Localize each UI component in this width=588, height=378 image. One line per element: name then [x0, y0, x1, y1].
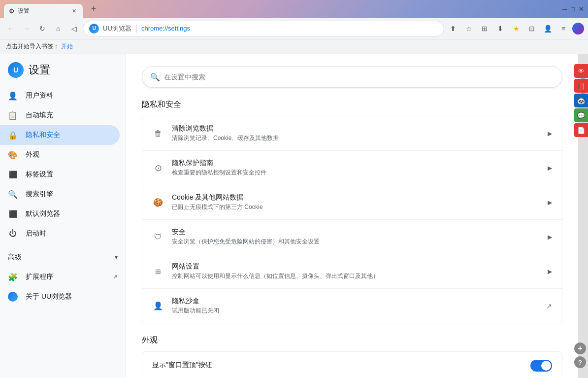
advanced-label: 高级 — [8, 253, 22, 262]
sidebar-item-privacy[interactable]: 🔒 隐私和安全 — [0, 125, 120, 145]
clear-browsing-row[interactable]: 🗑 清除浏览数据 清除浏览记录、Cookie、缓存及其他数据 ▶ — [142, 116, 562, 151]
sidebar-extensions[interactable]: 🧩 扩展程序 ↗ — [0, 267, 126, 287]
default-browser-nav-icon: ⬛ — [8, 210, 18, 218]
new-tab-button[interactable]: + — [87, 2, 100, 16]
right-panel-chat-icon[interactable]: 💬 — [574, 108, 588, 122]
restore-button[interactable]: □ — [571, 5, 575, 13]
sidebar-item-label: 外观 — [26, 150, 39, 159]
clear-browsing-title: 清除浏览数据 — [172, 124, 540, 133]
sidebar-advanced[interactable]: 高级 ▾ — [0, 247, 126, 267]
right-panel-eye-icon[interactable]: 👁 — [574, 64, 588, 78]
arrow-right-icon: ▶ — [548, 199, 552, 206]
sidebar-item-label: 搜索引擎 — [26, 190, 53, 199]
window-controls: ─ □ ✕ — [562, 5, 584, 13]
security-title: 安全 — [172, 228, 540, 237]
theme-icon[interactable]: ★ — [509, 22, 523, 35]
browser-name-label: UU浏览器 — [103, 24, 131, 33]
profile-nav-icon: 👤 — [8, 91, 18, 101]
sidebar-item-appearance[interactable]: 🎨 外观 — [0, 145, 120, 165]
privacy-guide-row[interactable]: ⊙ 隐私保护指南 检查重要的隐私控制设置和安全控件 ▶ — [142, 151, 562, 185]
external-link-icon: ↗ — [546, 302, 552, 310]
settings-search-bar[interactable]: 🔍 — [142, 66, 562, 88]
sidebar-item-profile[interactable]: 👤 用户资料 — [0, 86, 120, 105]
window-top-row[interactable]: 显示"窗口置顶"按钮 — [142, 352, 562, 378]
back-button[interactable]: ← — [4, 22, 18, 35]
profile-icon[interactable]: 👤 — [541, 22, 555, 35]
right-panel-book-icon[interactable]: 📕 — [574, 79, 588, 93]
arrow-right-icon: ▶ — [548, 130, 552, 137]
share-icon[interactable]: ⬆ — [446, 22, 460, 35]
sidebar-item-label: 默认浏览器 — [26, 209, 60, 218]
zoom-in-button[interactable]: + — [574, 343, 586, 354]
privacy-guide-title: 隐私保护指南 — [172, 159, 540, 168]
arrow-right-icon: ▶ — [548, 165, 552, 172]
privacy-section-title: 隐私和安全 — [142, 100, 562, 110]
browser-action-icon[interactable] — [572, 23, 584, 34]
autofill-nav-icon: 📋 — [8, 111, 18, 120]
right-panel-panda-icon[interactable]: 🐼 — [574, 94, 588, 107]
tab-icon: ⚙ — [9, 7, 15, 15]
close-button[interactable]: ✕ — [579, 5, 584, 13]
address-url: chrome://settings — [141, 25, 438, 32]
browser-tab-active[interactable]: ⚙ 设置 ✕ — [4, 4, 83, 18]
cookies-row[interactable]: 🍪 Cookie 及其他网站数据 已阻止无痕模式下的第三方 Cookie ▶ — [142, 185, 562, 220]
site-settings-icon: ⊞ — [152, 266, 164, 277]
puzzle-icon: 🧩 — [8, 273, 18, 282]
home-button[interactable]: ⌂ — [51, 22, 65, 35]
trash-icon: 🗑 — [152, 128, 164, 139]
help-button[interactable]: ? — [574, 356, 586, 368]
sidebar-item-search[interactable]: 🔍 搜索引擎 — [0, 184, 120, 204]
sidebar-item-label: 自动填充 — [26, 111, 53, 120]
privacy-settings-card: 🗑 清除浏览数据 清除浏览记录、Cookie、缓存及其他数据 ▶ ⊙ 隐私保护指… — [142, 116, 562, 323]
arrow-right-icon: ▶ — [548, 268, 552, 275]
sidebar-item-label: 用户资料 — [26, 91, 53, 100]
history-back-button[interactable]: ◁ — [67, 22, 81, 35]
reload-button[interactable]: ↻ — [35, 22, 49, 35]
tab-close-icon[interactable]: ✕ — [70, 7, 78, 15]
cookies-desc: 已阻止无痕模式下的第三方 Cookie — [172, 203, 540, 211]
security-desc: 安全浏览（保护您免受危险网站的侵害）和其他安全设置 — [172, 238, 540, 246]
sidebar-item-autofill[interactable]: 📋 自动填充 — [0, 105, 120, 125]
address-bar[interactable]: U UU浏览器 | chrome://settings — [83, 21, 444, 36]
tab-title: 设置 — [18, 7, 67, 15]
site-settings-row[interactable]: ⊞ 网站设置 控制网站可以使用和显示什么信息（如位置信息、摄像头、弹出式窗口及其… — [142, 254, 562, 289]
bookmark-import-text: 点击开始导入书签： — [6, 42, 59, 51]
appearance-settings-card: 显示"窗口置顶"按钮 显示"主页"按钮 打开新的标签页 — [142, 351, 562, 378]
settings-title: 设置 — [29, 63, 50, 77]
clear-browsing-desc: 清除浏览记录、Cookie、缓存及其他数据 — [172, 134, 540, 142]
sidebar-item-label: 标签设置 — [26, 170, 53, 179]
download-icon[interactable]: ⬇ — [493, 22, 507, 35]
extensions-label: 扩展程序 — [26, 273, 53, 281]
sidebar-item-label: 启动时 — [26, 229, 46, 238]
site-settings-title: 网站设置 — [172, 262, 540, 271]
window-top-toggle[interactable] — [530, 360, 552, 372]
menu-icon[interactable]: ≡ — [556, 22, 570, 35]
sandbox-row[interactable]: 👤 隐私沙盒 试用版功能已关闭 ↗ — [142, 289, 562, 323]
bookmark-import-link[interactable]: 开始 — [61, 42, 73, 51]
site-settings-desc: 控制网站可以使用和显示什么信息（如位置信息、摄像头、弹出式窗口及其他） — [172, 272, 540, 280]
search-nav-icon: 🔍 — [8, 190, 18, 199]
sidebar-item-tabs[interactable]: ⬛ 标签设置 — [0, 165, 120, 184]
browser-logo-icon: U — [89, 24, 99, 34]
extensions-icon[interactable]: ⊞ — [478, 22, 491, 35]
tabs-nav-icon: ⬛ — [8, 171, 18, 178]
bookmark-icon[interactable]: ☆ — [462, 22, 476, 35]
appearance-section-title: 外观 — [142, 335, 562, 345]
security-row[interactable]: 🛡 安全 安全浏览（保护您免受危险网站的侵害）和其他安全设置 ▶ — [142, 220, 562, 254]
screen-record-icon[interactable]: ⊡ — [525, 22, 539, 35]
search-input[interactable] — [164, 73, 554, 81]
startup-nav-icon: ⏻ — [8, 229, 18, 238]
privacy-nav-icon: 🔒 — [8, 131, 18, 140]
sandbox-desc: 试用版功能已关闭 — [172, 307, 538, 315]
sidebar-item-default-browser[interactable]: ⬛ 默认浏览器 — [0, 204, 120, 224]
appearance-nav-icon: 🎨 — [8, 150, 18, 160]
privacy-guide-icon: ⊙ — [152, 162, 164, 174]
shield-icon: 🛡 — [152, 231, 164, 243]
sidebar-item-startup[interactable]: ⏻ 启动时 — [0, 224, 120, 243]
sidebar-about[interactable]: 关于 UU浏览器 — [0, 287, 120, 307]
cookie-icon: 🍪 — [152, 197, 164, 208]
sandbox-icon: 👤 — [152, 300, 164, 312]
right-panel-pdf-icon[interactable]: 📄 — [574, 123, 588, 137]
minimize-button[interactable]: ─ — [562, 5, 567, 13]
forward-button[interactable]: → — [20, 22, 33, 35]
